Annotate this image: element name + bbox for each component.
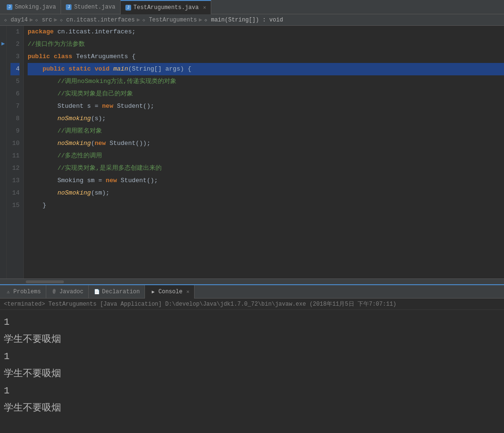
tab-close-icon[interactable]: ✕	[203, 4, 206, 10]
code-line-4: public static void main(String[] args) {	[28, 63, 504, 75]
ln-8: 8	[10, 113, 20, 125]
console-out-5: 1	[4, 382, 500, 400]
ln-13: 13	[10, 175, 20, 187]
ln-15: 15	[10, 199, 20, 212]
tab-testaruguments-label: TestAruguments.java	[134, 4, 199, 11]
console-icon: ▶	[150, 289, 156, 295]
code-line-1: package cn.itcast.interfaces;	[28, 26, 504, 38]
panel-tab-console-label: Console	[158, 289, 182, 295]
declaration-icon: 📄	[93, 289, 100, 295]
scrollbar-thumb[interactable]	[26, 280, 64, 283]
breadcrumb-sep-3: ▶	[137, 16, 140, 23]
execution-arrow: ▶	[0, 40, 6, 47]
tab-student[interactable]: J Student.java	[61, 0, 120, 14]
console-out-4: 学生不要吸烟	[4, 365, 500, 382]
console-out-2: 学生不要吸烟	[4, 331, 500, 348]
console-out-6: 学生不要吸烟	[4, 400, 500, 417]
console-header-text: <terminated> TestAruguments [Java Applic…	[4, 301, 396, 308]
panel-tab-bar: ⚠ Problems @ Javadoc 📄 Declaration ▶ Con…	[0, 285, 504, 299]
ln-11: 11	[10, 150, 20, 162]
code-content[interactable]: package cn.itcast.interfaces; //接口作为方法参数…	[24, 26, 504, 278]
breadcrumb-part-2: ⬦ src	[35, 17, 52, 23]
panel-tab-declaration-label: Declaration	[102, 289, 140, 295]
breadcrumb-part-3: ⬦ cn.itcast.interfaces	[60, 17, 135, 23]
breadcrumb-part-1: ⬦ day14	[4, 17, 28, 23]
panel-tab-declaration[interactable]: 📄 Declaration	[89, 285, 145, 299]
code-line-5: //调用noSmoking方法,传递实现类的对象	[28, 75, 504, 88]
panel-tab-problems-label: Problems	[13, 289, 41, 295]
breadcrumb-sep-4: ▶	[199, 16, 202, 23]
testaruguments-java-icon: J	[125, 5, 131, 10]
ln-5: 5	[10, 75, 20, 88]
console-area: 1 学生不要吸烟 1 学生不要吸烟 1 学生不要吸烟	[0, 310, 504, 433]
code-line-11: //多态性的调用	[28, 150, 504, 162]
left-gutter: ▶	[0, 26, 7, 278]
ln-3: 3	[10, 51, 20, 63]
code-line-10: noSmoking(new Student());	[28, 137, 504, 150]
ln-9: 9	[10, 125, 20, 137]
code-line-13: Smoking sm = new Student();	[28, 175, 504, 187]
tab-smoking-label: Smoking.java	[15, 4, 56, 10]
ln-4: 4	[10, 63, 20, 75]
breadcrumb: ⬦ day14 ▶ ⬦ src ▶ ⬦ cn.itcast.interfaces…	[0, 14, 504, 26]
code-line-9: //调用匿名对象	[28, 125, 504, 137]
tab-bar: J Smoking.java J Student.java J TestArug…	[0, 0, 504, 14]
problems-icon: ⚠	[5, 289, 11, 295]
code-line-12: //实现类对象,是采用多态创建出来的	[28, 162, 504, 175]
code-line-2: //接口作为方法参数	[28, 38, 504, 51]
ln-12: 12	[10, 162, 20, 175]
console-out-1: 1	[4, 314, 500, 331]
code-line-15: }	[28, 199, 504, 212]
bottom-panel: ⚠ Problems @ Javadoc 📄 Declaration ▶ Con…	[0, 284, 504, 433]
breadcrumb-sep-2: ▶	[54, 16, 57, 23]
javadoc-icon: @	[51, 289, 58, 295]
tab-testaruguments[interactable]: J TestAruguments.java ✕	[121, 0, 211, 14]
horizontal-scrollbar[interactable]	[0, 278, 504, 284]
panel-tab-console[interactable]: ▶ Console ✕	[145, 285, 195, 299]
console-tab-close-icon[interactable]: ✕	[186, 289, 190, 295]
panel-tab-problems[interactable]: ⚠ Problems	[0, 285, 46, 299]
code-line-8: noSmoking(s);	[28, 113, 504, 125]
console-output: 1 学生不要吸烟 1 学生不要吸烟 1 学生不要吸烟	[0, 310, 504, 421]
student-java-icon: J	[66, 4, 72, 10]
editor-area[interactable]: ▶ 1 2 3 4 5 6 7 8 9 10 11 12 13 14 15 pa…	[0, 26, 504, 278]
tab-smoking[interactable]: J Smoking.java	[2, 0, 61, 14]
ln-10: 10	[10, 137, 20, 150]
breadcrumb-part-4: ⬦ TestAruguments	[142, 17, 197, 23]
console-out-3: 1	[4, 348, 500, 365]
panel-tab-javadoc[interactable]: @ Javadoc	[46, 285, 89, 299]
tab-student-label: Student.java	[74, 4, 115, 10]
code-line-7: Student s = new Student();	[28, 100, 504, 113]
smoking-java-icon: J	[7, 4, 12, 10]
ln-6: 6	[10, 88, 20, 100]
panel-tab-javadoc-label: Javadoc	[60, 289, 83, 295]
breadcrumb-sep-1: ▶	[30, 16, 33, 23]
ln-7: 7	[10, 100, 20, 113]
ln-2: 2	[10, 38, 20, 51]
code-line-6: //实现类对象是自己的对象	[28, 88, 504, 100]
ln-14: 14	[10, 187, 20, 199]
breadcrumb-part-5: ⬦ main(String[]) : void	[204, 17, 283, 23]
code-line-14: noSmoking(sm);	[28, 187, 504, 199]
console-header: <terminated> TestAruguments [Java Applic…	[0, 299, 504, 310]
line-numbers: 1 2 3 4 5 6 7 8 9 10 11 12 13 14 15	[7, 26, 24, 278]
code-line-3: public class TestAruguments {	[28, 51, 504, 63]
ln-1: 1	[10, 26, 20, 38]
